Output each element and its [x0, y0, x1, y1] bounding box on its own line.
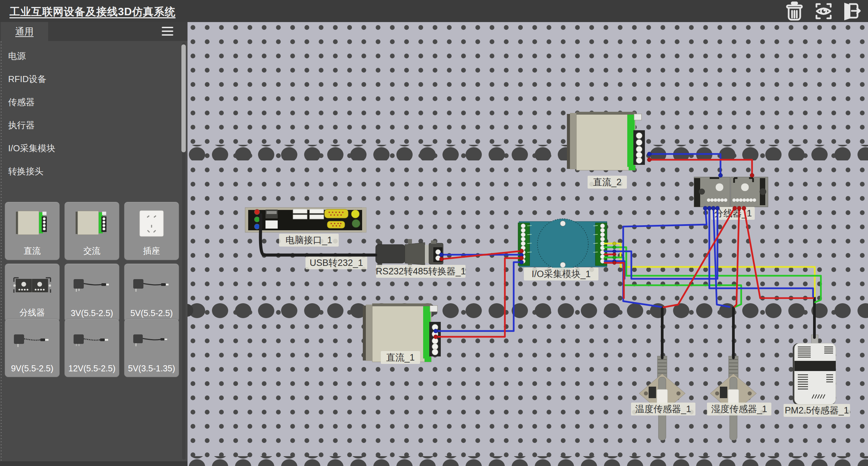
label-dc1: 直流_1: [381, 351, 420, 364]
device-dc-power-2[interactable]: [567, 112, 645, 170]
label-io-module: I/O采集模块_1: [524, 268, 598, 280]
menu-item-sensor[interactable]: 传感器: [0, 91, 188, 114]
tile-label: 5V(5.5-2.5): [124, 308, 179, 318]
sidebar-scrollbar-thumb[interactable]: [181, 44, 186, 152]
svg-text:直流_1: 直流_1: [386, 352, 415, 363]
tile-socket[interactable]: 插座: [124, 202, 179, 260]
tile-label: 交流: [65, 245, 119, 256]
tile-adapter-9v[interactable]: 9V(5.5-2.5): [5, 319, 60, 377]
label-usb232: USB转232_1: [305, 256, 367, 269]
tile-label: 3V(5.5-2.5): [65, 308, 119, 318]
sidebar-bottom-band: [0, 461, 188, 466]
menu-item-io-module[interactable]: I/O采集模块: [0, 137, 188, 160]
tile-label: 插座: [124, 245, 179, 256]
tile-label: 5V(3.5-1.35): [124, 364, 179, 373]
device-pm25-sensor[interactable]: [793, 335, 836, 405]
app-window: 工业互联网设备及接线3D仿真系统: [0, 0, 868, 466]
svg-text:USB转232_1: USB转232_1: [310, 258, 363, 268]
device-library-sidebar: 通用 电源 RFID设备 传感器 执行器 I/O采集模块 转换接头: [0, 22, 188, 466]
tile-label: 直流: [5, 245, 59, 256]
menu-item-power[interactable]: 电源: [0, 44, 188, 67]
adapter-thumbnail: [65, 322, 119, 359]
label-humidity-sensor: 湿度传感器_1: [707, 403, 771, 415]
tile-adapter-5v[interactable]: 5V(5.5-2.5): [124, 264, 179, 322]
tile-adapter-5v-small[interactable]: 5V(3.5-1.35): [124, 319, 179, 377]
menu-hamburger-icon[interactable]: [162, 27, 173, 36]
trash-icon[interactable]: [785, 1, 804, 21]
svg-text:温度传感器_1: 温度传感器_1: [635, 404, 691, 414]
view-eye-icon[interactable]: [814, 1, 833, 21]
label-temp-sensor: 温度传感器_1: [631, 403, 695, 415]
menu-item-adapter[interactable]: 转换接头: [0, 160, 188, 183]
device-pc-port[interactable]: [245, 208, 366, 232]
svg-text:I/O采集模块_1: I/O采集模块_1: [532, 269, 591, 279]
label-rs232-485: RS232转485转换器_1: [376, 265, 466, 278]
tile-adapter-12v[interactable]: 12V(5.5-2.5): [64, 319, 119, 377]
svg-text:电脑接口_1: 电脑接口_1: [285, 235, 332, 245]
tile-ac-power[interactable]: 交流: [64, 202, 119, 260]
device-splitter[interactable]: [694, 177, 768, 207]
svg-text:RS232转485转换器_1: RS232转485转换器_1: [376, 266, 466, 276]
splitter-thumbnail: [5, 267, 59, 304]
app-title: 工业互联网设备及接线3D仿真系统: [9, 5, 176, 19]
adapter-thumbnail: [65, 267, 119, 304]
tab-general-label: 通用: [15, 25, 34, 38]
pegboard-slot-row-1: [188, 145, 868, 160]
device-io-module[interactable]: [518, 219, 607, 270]
category-menu: 电源 RFID设备 传感器 执行器 I/O采集模块 转换接头: [0, 44, 188, 183]
tile-dc-power[interactable]: 直流: [5, 202, 60, 260]
label-pc-port1: 电脑接口_1: [279, 234, 339, 247]
menu-item-actuator[interactable]: 执行器: [0, 114, 188, 137]
svg-text:PM2.5传感器_1: PM2.5传感器_1: [785, 405, 849, 415]
svg-text:直流_2: 直流_2: [593, 177, 622, 187]
title-bar: 工业互联网设备及接线3D仿真系统: [0, 0, 868, 22]
workspace-canvas[interactable]: 直流_2 分线器_1 电脑接口_1 USB转232_1 RS232转485转换器…: [188, 22, 868, 466]
adapter-thumbnail: [5, 322, 59, 359]
menu-item-rfid[interactable]: RFID设备: [0, 67, 188, 91]
adapter-thumbnail: [124, 322, 179, 359]
psu-thumbnail: [65, 205, 119, 242]
pegboard-slot-row-3: [188, 456, 868, 466]
label-dc2: 直流_2: [588, 176, 627, 189]
label-pm25-sensor: PM2.5传感器_1: [784, 404, 850, 417]
tab-general[interactable]: 通用: [1, 22, 48, 41]
tile-label: 分线器: [5, 307, 59, 318]
tile-adapter-3v[interactable]: 3V(5.5-2.5): [64, 264, 119, 322]
tile-label: 9V(5.5-2.5): [5, 364, 59, 373]
exit-door-icon[interactable]: [842, 1, 861, 21]
svg-text:湿度传感器_1: 湿度传感器_1: [711, 404, 767, 414]
adapter-thumbnail: [124, 267, 179, 304]
tile-label: 12V(5.5-2.5): [65, 364, 119, 373]
door-leaf: [844, 3, 850, 20]
tile-splitter[interactable]: 分线器: [5, 264, 60, 322]
socket-thumbnail: [124, 205, 179, 242]
sidebar-tabrow: 通用: [0, 22, 188, 41]
psu-thumbnail: [5, 205, 59, 242]
pegboard-slot-row-2: [188, 303, 868, 318]
